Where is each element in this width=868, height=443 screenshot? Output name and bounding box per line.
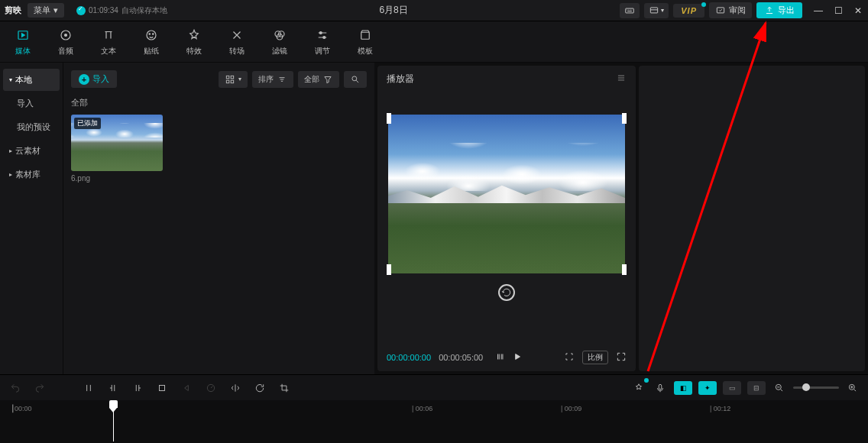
zoom-slider[interactable] (793, 386, 839, 389)
tab-media[interactable]: 媒体 (3, 22, 43, 62)
player-title: 播放器 (387, 73, 414, 86)
resize-handle-br[interactable] (622, 264, 627, 275)
play-icon (512, 351, 523, 362)
tab-text[interactable]: 文本 (89, 22, 128, 62)
main-menu-button[interactable]: 菜单 ▾ (28, 3, 64, 18)
search-button[interactable] (344, 71, 367, 88)
track-toggle-4[interactable]: ⊟ (747, 381, 766, 395)
magic-button[interactable] (631, 380, 646, 396)
svg-point-8 (153, 33, 154, 34)
aspect-ratio-button[interactable]: 比例 (582, 351, 608, 364)
zoom-out-icon (774, 383, 785, 393)
split-icon (83, 383, 94, 393)
close-button[interactable]: ✕ (853, 5, 863, 16)
reverse-button[interactable] (179, 380, 194, 396)
slider-thumb[interactable] (802, 383, 810, 391)
tab-audio[interactable]: 音频 (46, 22, 86, 62)
trim-left-button[interactable] (105, 380, 121, 396)
window-controls: ― ☐ ✕ (813, 5, 863, 16)
tab-label: 音频 (58, 46, 73, 57)
chevron-down-icon: ▾ (238, 76, 241, 82)
review-button[interactable]: 审阅 (709, 2, 752, 18)
compare-button[interactable] (495, 351, 506, 364)
tab-label: 贴纸 (144, 46, 159, 57)
layout-button[interactable]: ▾ (644, 3, 669, 18)
hamburger-icon (616, 73, 627, 83)
caret-down-icon: ▾ (9, 76, 12, 83)
magic-icon (633, 383, 644, 393)
notification-dot-icon (644, 378, 649, 383)
track-toggle-1[interactable]: ◧ (674, 381, 692, 395)
resize-handle-tr[interactable] (622, 113, 627, 124)
app-logo-text: 剪映 (5, 5, 21, 16)
tab-effects[interactable]: 特效 (174, 22, 214, 62)
export-button[interactable]: 导出 (756, 2, 802, 18)
player-viewport[interactable] (377, 92, 636, 344)
reverse-icon (181, 383, 192, 393)
top-bar: 剪映 菜单 ▾ 01:09:34 自动保存本地 6月8日 ▾ VIP 审阅 导出 (0, 0, 868, 21)
filter-button[interactable]: 全部 (298, 71, 339, 88)
tab-template[interactable]: 模板 (345, 22, 385, 62)
tab-filter[interactable]: 滤镜 (260, 22, 300, 62)
speed-button[interactable] (203, 380, 219, 396)
maximize-button[interactable]: ☐ (833, 5, 844, 16)
sidebar-item-local[interactable]: ▾ 本地 (3, 69, 60, 91)
import-button[interactable]: + 导入 (71, 70, 117, 88)
view-mode-button[interactable]: ▾ (219, 71, 248, 88)
sidebar-group-library[interactable]: ▸ 素材库 (3, 163, 60, 186)
vip-button[interactable]: VIP (673, 4, 704, 18)
track-toggle-2[interactable]: ✦ (698, 381, 717, 395)
svg-point-12 (319, 31, 322, 34)
play-button[interactable] (512, 351, 523, 364)
mic-button[interactable] (653, 380, 668, 396)
sidebar-item-import[interactable]: 导入 (3, 92, 60, 115)
tab-label: 转场 (229, 46, 245, 57)
timeline-toolbar: ◧ ✦ ▭ ⊟ (0, 374, 868, 400)
rotate-button[interactable] (252, 380, 267, 396)
fullframe-button[interactable] (564, 351, 575, 364)
tab-sticker[interactable]: 贴纸 (131, 22, 171, 62)
resize-handle-bl[interactable] (387, 264, 391, 275)
mirror-button[interactable] (228, 380, 243, 396)
sort-button[interactable]: 排序 (252, 71, 293, 88)
preview-frame[interactable] (388, 115, 625, 273)
minimize-button[interactable]: ― (813, 5, 824, 16)
ribbon-tabs: 媒体 音频 文本 贴纸 特效 转场 滤镜 调节 模板 (0, 21, 868, 63)
zoom-in-button[interactable] (845, 380, 860, 396)
media-thumbnail[interactable]: 已添加 6.png (71, 115, 163, 183)
crop-tool-button[interactable] (277, 380, 292, 396)
svg-point-19 (352, 76, 357, 80)
reset-transform-button[interactable] (498, 284, 515, 301)
sidebar-item-presets[interactable]: 我的预设 (3, 116, 60, 138)
svg-point-6 (147, 31, 156, 40)
track-toggle-3[interactable]: ▭ (723, 381, 741, 395)
trim-right-icon (132, 383, 143, 393)
tab-adjust[interactable]: 调节 (303, 22, 342, 62)
keyboard-button[interactable] (620, 3, 640, 18)
player-menu-button[interactable] (616, 73, 627, 86)
playhead[interactable] (113, 402, 114, 441)
ruler-tick-label: | 00:12 (710, 405, 730, 412)
ruler-tick-label: | 00:09 (561, 405, 581, 412)
crop-button[interactable] (154, 380, 170, 396)
timecode-total: 00:00:05:00 (439, 353, 483, 362)
split-button[interactable] (81, 380, 96, 396)
project-title[interactable]: 6月8日 (379, 4, 407, 17)
trim-right-button[interactable] (130, 380, 145, 396)
tab-transition[interactable]: 转场 (217, 22, 257, 62)
top-right-controls: ▾ VIP 审阅 导出 ― ☐ ✕ (620, 2, 863, 18)
fullscreen-button[interactable] (616, 351, 627, 364)
layout-icon (649, 5, 659, 16)
resize-handle-tl[interactable] (387, 113, 391, 124)
timeline-ruler[interactable]: ┃00:00 | 00:06 | 00:09 | 00:12 (0, 400, 868, 443)
undo-button[interactable] (8, 380, 23, 396)
sidebar-item-label: 我的预设 (17, 121, 50, 133)
audio-icon (58, 27, 73, 43)
media-icon (15, 27, 31, 43)
svg-rect-1 (651, 7, 658, 12)
grid-icon (225, 74, 235, 85)
redo-button[interactable] (32, 380, 47, 396)
export-icon (764, 5, 775, 16)
zoom-out-button[interactable] (772, 380, 787, 396)
sidebar-group-cloud[interactable]: ▸ 云素材 (3, 140, 60, 162)
